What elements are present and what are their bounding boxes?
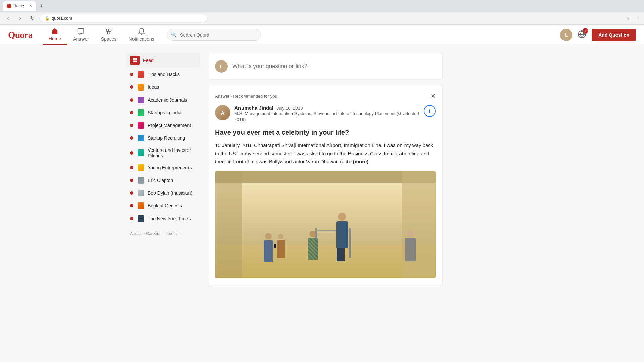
search-input[interactable] bbox=[167, 29, 261, 41]
answer-body: 10 January 2018 Chhatrapati Shivaji Inte… bbox=[215, 142, 433, 164]
sidebar-footer: About · Careers · Terms · bbox=[126, 231, 200, 236]
browser-chrome: Home ✕ + bbox=[0, 0, 644, 12]
academic-icon bbox=[138, 97, 144, 103]
sidebar-item-project[interactable]: Project Management bbox=[126, 119, 200, 131]
extension-icons[interactable]: ⋮ bbox=[633, 15, 641, 22]
sidebar-item-tips[interactable]: Tips and Hacks bbox=[126, 68, 200, 80]
svg-rect-0 bbox=[78, 29, 84, 33]
sidebar-nyt-label: The New York Times bbox=[148, 216, 191, 221]
question-box: L bbox=[208, 53, 443, 80]
nav-notifications[interactable]: Notifications bbox=[123, 25, 160, 45]
sidebar-eric-label: Eric Clapton bbox=[148, 178, 173, 183]
main-container: Feed Tips and Hacks Ideas Academic Journ… bbox=[121, 45, 523, 293]
sidebar-item-young[interactable]: Young Entrepreneurs bbox=[126, 162, 200, 174]
browser-tab[interactable]: Home ✕ bbox=[3, 1, 36, 11]
follow-button[interactable]: + bbox=[424, 105, 436, 117]
svg-point-1 bbox=[106, 29, 109, 32]
question-input[interactable] bbox=[232, 63, 436, 70]
tab-title: Home bbox=[13, 4, 24, 8]
quora-logo[interactable]: Quora bbox=[8, 29, 33, 40]
answer-author: A Anumeha Jindal July 16, 2018 M.S. Mana… bbox=[215, 105, 436, 123]
header-right: L 2 Add Question bbox=[560, 29, 636, 41]
add-question-button[interactable]: Add Question bbox=[592, 29, 636, 41]
sidebar-item-genesis[interactable]: Book of Genesis bbox=[126, 200, 200, 212]
sidebar-item-feed[interactable]: Feed bbox=[126, 53, 200, 68]
airport-scene bbox=[215, 171, 436, 278]
card-close-button[interactable]: ✕ bbox=[431, 92, 436, 100]
terms-link[interactable]: Terms bbox=[166, 231, 177, 236]
nav-home[interactable]: Home bbox=[43, 25, 67, 45]
svg-rect-6 bbox=[135, 58, 137, 60]
sidebar-young-label: Young Entrepreneurs bbox=[148, 165, 192, 170]
author-name[interactable]: Anumeha Jindal bbox=[234, 105, 273, 111]
search-icon: 🔍 bbox=[171, 32, 177, 38]
card-header: Answer · Recommended for you ✕ bbox=[215, 92, 436, 100]
sidebar-item-nyt[interactable]: T The New York Times bbox=[126, 213, 200, 225]
sidebar-item-startups[interactable]: Startups in India bbox=[126, 107, 200, 119]
sidebar-item-academic[interactable]: Academic Journals bbox=[126, 94, 200, 106]
feed-icon bbox=[130, 56, 140, 65]
follow-icon: + bbox=[428, 108, 432, 115]
header-search: 🔍 bbox=[167, 29, 261, 41]
new-tab-button[interactable]: + bbox=[39, 2, 44, 10]
nav-spaces-label: Spaces bbox=[101, 36, 117, 42]
globe-button[interactable]: 2 bbox=[578, 30, 586, 40]
sidebar-academic-label: Academic Journals bbox=[148, 97, 187, 103]
quora-header: Quora Home Answer Spaces Notifications 🔍… bbox=[0, 25, 644, 45]
nav-answer[interactable]: Answer bbox=[67, 25, 95, 45]
careers-link[interactable]: Careers bbox=[146, 231, 160, 236]
question-box-avatar: L bbox=[215, 60, 228, 73]
tips-dot bbox=[130, 73, 133, 76]
svg-rect-7 bbox=[133, 61, 135, 62]
sidebar-genesis-label: Book of Genesis bbox=[148, 203, 182, 208]
bell-icon bbox=[138, 28, 145, 35]
user-avatar[interactable]: L bbox=[560, 29, 572, 41]
svg-rect-8 bbox=[135, 61, 137, 62]
author-info: Anumeha Jindal July 16, 2018 M.S. Manage… bbox=[234, 105, 420, 123]
ideas-icon bbox=[138, 84, 144, 90]
answer-image bbox=[215, 171, 436, 278]
answer-question-title[interactable]: Have you ever met a celebrity in your li… bbox=[215, 128, 436, 137]
eric-dot bbox=[130, 179, 133, 182]
browser-nav: ‹ › ↻ 🔒 quora.com ☆ ⋮ bbox=[0, 12, 644, 25]
genesis-dot bbox=[130, 204, 133, 207]
address-bar[interactable]: 🔒 quora.com bbox=[40, 14, 207, 22]
ideas-dot bbox=[130, 85, 133, 89]
sidebar-item-eric[interactable]: Eric Clapton bbox=[126, 174, 200, 186]
sidebar-bob-label: Bob Dylan (musician) bbox=[148, 190, 192, 196]
forward-button[interactable]: › bbox=[15, 14, 25, 23]
venture-dot bbox=[130, 151, 133, 155]
globe-badge: 2 bbox=[583, 28, 588, 34]
project-icon bbox=[138, 122, 144, 129]
sidebar-item-bob[interactable]: Bob Dylan (musician) bbox=[126, 187, 200, 199]
sidebar-startup-rec-label: Startup Recruiting bbox=[148, 135, 185, 141]
browser-actions: ☆ ⋮ bbox=[624, 15, 641, 22]
startups-icon bbox=[138, 109, 144, 116]
answer-text: 10 January 2018 Chhatrapati Shivaji Inte… bbox=[215, 141, 436, 166]
spaces-icon bbox=[105, 28, 112, 35]
back-button[interactable]: ‹ bbox=[3, 14, 13, 23]
answer-card: Answer · Recommended for you ✕ A Anumeha… bbox=[208, 85, 443, 285]
sidebar-project-label: Project Management bbox=[148, 123, 191, 128]
nyt-dot bbox=[130, 217, 133, 220]
nav-spaces[interactable]: Spaces bbox=[95, 25, 123, 45]
answer-icon bbox=[77, 28, 85, 35]
more-link[interactable]: (more) bbox=[353, 159, 369, 164]
home-icon bbox=[51, 27, 58, 35]
sidebar-item-venture[interactable]: Venture and Investor Pitches bbox=[126, 145, 200, 161]
nav-home-label: Home bbox=[49, 36, 61, 41]
about-link[interactable]: About bbox=[130, 231, 141, 236]
bob-icon bbox=[138, 190, 144, 196]
genesis-icon bbox=[138, 202, 144, 209]
sidebar-tips-label: Tips and Hacks bbox=[148, 72, 180, 77]
sidebar-item-ideas[interactable]: Ideas bbox=[126, 81, 200, 93]
sidebar-venture-label: Venture and Investor Pitches bbox=[148, 147, 196, 158]
tab-close[interactable]: ✕ bbox=[29, 4, 32, 8]
card-label: Answer · Recommended for you bbox=[215, 94, 277, 99]
svg-point-3 bbox=[108, 32, 110, 34]
sidebar-ideas-label: Ideas bbox=[148, 84, 159, 90]
bookmark-icon[interactable]: ☆ bbox=[624, 15, 632, 22]
refresh-button[interactable]: ↻ bbox=[28, 14, 37, 23]
sidebar-item-startup-rec[interactable]: Startup Recruiting bbox=[126, 132, 200, 144]
nav-answer-label: Answer bbox=[73, 36, 89, 42]
